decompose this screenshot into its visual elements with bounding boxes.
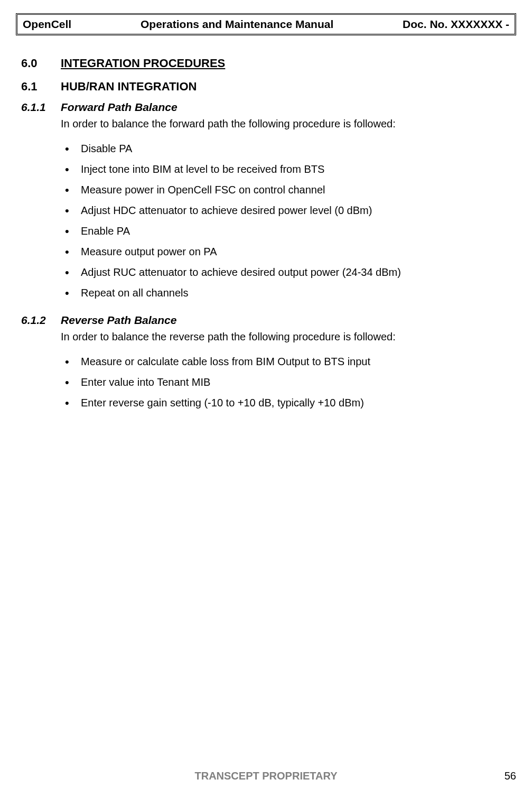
document-footer: TRANSCEPT PROPRIETARY 56 xyxy=(16,770,516,782)
list-item: Measure or calculate cable loss from BIM… xyxy=(61,351,511,372)
procedure-list-forward: Disable PA Inject tone into BIM at level… xyxy=(61,138,511,303)
list-item: Inject tone into BIM at level to be rece… xyxy=(61,159,511,180)
heading-level-3: 6.1.2 Reverse Path Balance xyxy=(21,314,511,327)
list-item: Disable PA xyxy=(61,138,511,159)
header-manual-title: Operations and Maintenance Manual xyxy=(71,18,403,31)
heading-title: INTEGRATION PROCEDURES xyxy=(61,57,225,70)
list-item: Repeat on all channels xyxy=(61,283,511,303)
list-item: Adjust RUC attenuator to achieve desired… xyxy=(61,262,511,283)
page-number: 56 xyxy=(505,770,516,782)
heading-level-2: 6.1 HUB/RAN INTEGRATION xyxy=(21,80,511,94)
procedure-list-reverse: Measure or calculate cable loss from BIM… xyxy=(61,351,511,413)
document-header: OpenCell Operations and Maintenance Manu… xyxy=(16,13,516,35)
heading-level-3: 6.1.1 Forward Path Balance xyxy=(21,101,511,114)
list-item: Enable PA xyxy=(61,221,511,242)
list-item: Measure power in OpenCell FSC on control… xyxy=(61,180,511,200)
heading-number: 6.1.1 xyxy=(21,101,61,114)
heading-level-1: 6.0 INTEGRATION PROCEDURES xyxy=(21,57,511,70)
footer-proprietary-label: TRANSCEPT PROPRIETARY xyxy=(194,770,337,782)
heading-number: 6.1.2 xyxy=(21,314,61,327)
paragraph-intro: In order to balance the forward path the… xyxy=(61,117,511,131)
document-body: 6.0 INTEGRATION PROCEDURES 6.1 HUB/RAN I… xyxy=(16,57,516,413)
heading-number: 6.1 xyxy=(21,80,61,94)
list-item: Enter reverse gain setting (-10 to +10 d… xyxy=(61,393,511,413)
heading-number: 6.0 xyxy=(21,57,61,70)
header-doc-number: Doc. No. XXXXXXX - xyxy=(403,18,509,31)
header-product-name: OpenCell xyxy=(23,18,71,31)
heading-title: Forward Path Balance xyxy=(61,101,178,114)
list-item: Measure output power on PA xyxy=(61,242,511,262)
list-item: Adjust HDC attenuator to achieve desired… xyxy=(61,200,511,221)
heading-title: HUB/RAN INTEGRATION xyxy=(61,80,197,94)
list-item: Enter value into Tenant MIB xyxy=(61,372,511,393)
heading-title: Reverse Path Balance xyxy=(61,314,176,327)
paragraph-intro: In order to balance the reverse path the… xyxy=(61,330,511,344)
